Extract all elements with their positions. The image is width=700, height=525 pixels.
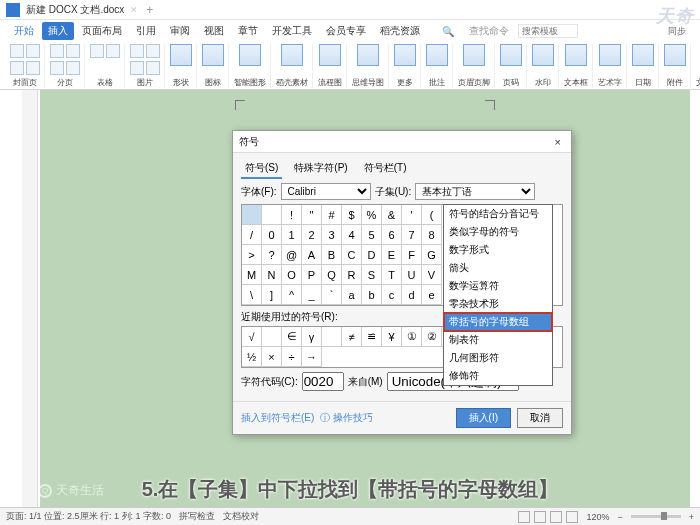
recent-cell[interactable]: ①	[402, 327, 422, 347]
symbol-cell[interactable]: `	[322, 285, 342, 305]
symbol-cell[interactable]: e	[422, 285, 442, 305]
symbol-cell[interactable]: %	[362, 205, 382, 225]
menu-view[interactable]: 视图	[198, 22, 230, 40]
tab-bar[interactable]: 符号栏(T)	[360, 159, 411, 179]
ribbon-图片[interactable]: 图片	[126, 44, 165, 88]
symbol-cell[interactable]: D	[362, 245, 382, 265]
ribbon-稻壳素材[interactable]: 稻壳素材	[272, 44, 313, 88]
menu-chapter[interactable]: 章节	[232, 22, 264, 40]
symbol-cell[interactable]: 8	[422, 225, 442, 245]
ribbon-流程图[interactable]: 流程图	[314, 44, 347, 88]
symbol-cell[interactable]: $	[342, 205, 362, 225]
symbol-cell[interactable]: B	[322, 245, 342, 265]
symbol-cell[interactable]: V	[422, 265, 442, 285]
symbol-cell[interactable]: 7	[402, 225, 422, 245]
recent-cell[interactable]: →	[302, 347, 322, 367]
menu-dev[interactable]: 开发工具	[266, 22, 318, 40]
symbol-cell[interactable]: N	[262, 265, 282, 285]
menu-insert[interactable]: 插入	[42, 22, 74, 40]
symbol-cell[interactable]: >	[242, 245, 262, 265]
symbol-cell[interactable]: S	[362, 265, 382, 285]
symbol-cell[interactable]: b	[362, 285, 382, 305]
symbol-cell[interactable]: Q	[322, 265, 342, 285]
symbol-cell[interactable]: \	[242, 285, 262, 305]
recent-cell[interactable]	[262, 327, 282, 347]
symbol-cell[interactable]: @	[282, 245, 302, 265]
ribbon-智能图形[interactable]: 智能图形	[230, 44, 271, 88]
symbol-cell[interactable]: 3	[322, 225, 342, 245]
symbol-cell[interactable]: "	[302, 205, 322, 225]
symbol-cell[interactable]: C	[342, 245, 362, 265]
symbol-cell[interactable]: R	[342, 265, 362, 285]
ribbon-艺术字[interactable]: 艺术字	[594, 44, 627, 88]
code-input[interactable]	[302, 372, 344, 391]
dropdown-item[interactable]: 数字形式	[444, 241, 552, 259]
zoom-level[interactable]: 120%	[586, 512, 609, 522]
dropdown-item[interactable]: 制表符	[444, 331, 552, 349]
dropdown-item[interactable]: 带括号的字母数组	[444, 313, 552, 331]
symbol-cell[interactable]: a	[342, 285, 362, 305]
symbol-cell[interactable]	[242, 205, 262, 225]
menu-start[interactable]: 开始	[8, 22, 40, 40]
recent-cell[interactable]: ≌	[362, 327, 382, 347]
symbol-cell[interactable]: 4	[342, 225, 362, 245]
recent-cell[interactable]: γ	[302, 327, 322, 347]
ribbon-图标[interactable]: 图标	[198, 44, 229, 88]
symbol-cell[interactable]: ]	[262, 285, 282, 305]
symbol-cell[interactable]: U	[402, 265, 422, 285]
symbol-cell[interactable]: 5	[362, 225, 382, 245]
dropdown-item[interactable]: 几何图形符	[444, 349, 552, 367]
dropdown-item[interactable]: 符号的结合分音记号	[444, 205, 552, 223]
ribbon-表格[interactable]: 表格	[86, 44, 125, 88]
zoom-slider[interactable]	[631, 515, 681, 518]
dropdown-item[interactable]: 类似字母的符号	[444, 223, 552, 241]
menu-review[interactable]: 审阅	[164, 22, 196, 40]
ribbon-日期[interactable]: 日期	[628, 44, 659, 88]
symbol-cell[interactable]: ?	[262, 245, 282, 265]
menu-ref[interactable]: 引用	[130, 22, 162, 40]
symbol-cell[interactable]: &	[382, 205, 402, 225]
recent-cell[interactable]: ÷	[282, 347, 302, 367]
close-icon[interactable]: ×	[551, 136, 565, 148]
ribbon-页眉页脚[interactable]: 页眉页脚	[454, 44, 495, 88]
ribbon-形状[interactable]: 形状	[166, 44, 197, 88]
symbol-cell[interactable]: T	[382, 265, 402, 285]
ribbon-水印[interactable]: 水印	[528, 44, 559, 88]
symbol-cell[interactable]: E	[382, 245, 402, 265]
symbol-cell[interactable]: P	[302, 265, 322, 285]
recent-cell[interactable]: ∈	[282, 327, 302, 347]
ribbon-文本框[interactable]: 文本框	[560, 44, 593, 88]
tab-special[interactable]: 特殊字符(P)	[290, 159, 351, 179]
symbol-cell[interactable]: (	[422, 205, 442, 225]
symbol-cell[interactable]: A	[302, 245, 322, 265]
tab-symbol[interactable]: 符号(S)	[241, 159, 282, 179]
ribbon-思维导图[interactable]: 思维导图	[348, 44, 389, 88]
subset-select[interactable]: 基本拉丁语	[415, 183, 535, 200]
menu-res[interactable]: 稻壳资源	[374, 22, 426, 40]
insert-to-bar[interactable]: 插入到符号栏(E)	[241, 411, 314, 425]
symbol-cell[interactable]: 1	[282, 225, 302, 245]
tab-close-icon[interactable]: ✕	[130, 5, 138, 15]
recent-cell[interactable]: ½	[242, 347, 262, 367]
ribbon-分页[interactable]: 分页	[46, 44, 85, 88]
font-select[interactable]: Calibri	[281, 183, 371, 200]
symbol-cell[interactable]: /	[242, 225, 262, 245]
symbol-cell[interactable]: c	[382, 285, 402, 305]
recent-cell[interactable]	[322, 327, 342, 347]
symbol-cell[interactable]: ^	[282, 285, 302, 305]
recent-cell[interactable]: ×	[262, 347, 282, 367]
symbol-cell[interactable]: M	[242, 265, 262, 285]
ribbon-附件[interactable]: 附件	[660, 44, 691, 88]
dropdown-item[interactable]: 修饰符	[444, 367, 552, 385]
ribbon-文档部件[interactable]: 文档部件	[692, 44, 700, 88]
recent-cell[interactable]: ¥	[382, 327, 402, 347]
ribbon-页码[interactable]: 页码	[496, 44, 527, 88]
symbol-cell[interactable]	[262, 205, 282, 225]
recent-cell[interactable]: √	[242, 327, 262, 347]
symbol-cell[interactable]: O	[282, 265, 302, 285]
ribbon-批注[interactable]: 批注	[422, 44, 453, 88]
recent-cell[interactable]: ≠	[342, 327, 362, 347]
subset-dropdown[interactable]: 符号的结合分音记号类似字母的符号数字形式箭头数学运算符零杂技术形带括号的字母数组…	[443, 204, 553, 386]
ribbon-封面页[interactable]: 封面页	[6, 44, 45, 88]
cancel-button[interactable]: 取消	[517, 408, 563, 428]
